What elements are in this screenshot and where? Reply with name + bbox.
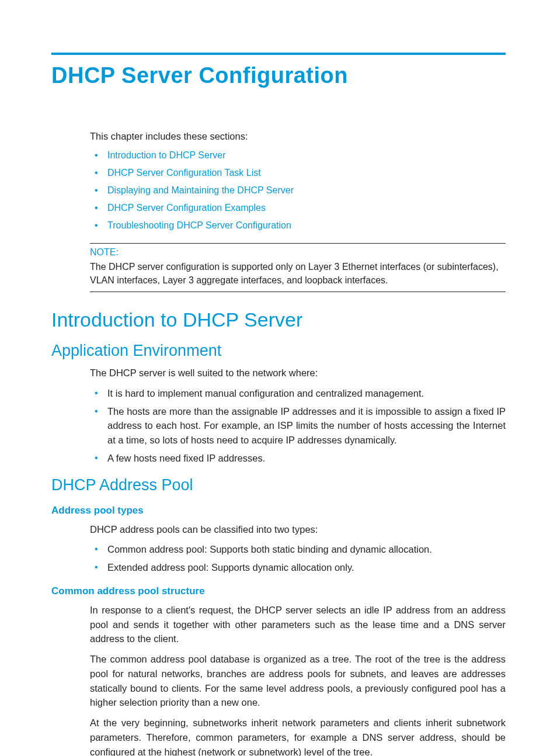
toc-link-troubleshoot[interactable]: Troubleshooting DHCP Server Configuratio… [107, 220, 291, 230]
subsub-heading-structure: Common address pool structure [51, 585, 506, 597]
toc-item: Troubleshooting DHCP Server Configuratio… [90, 219, 506, 233]
subsection-heading-appenv: Application Environment [51, 342, 506, 360]
note-label: NOTE: [90, 247, 506, 258]
toc-item: DHCP Server Configuration Examples [90, 201, 506, 215]
intro-text: This chapter includes these sections: [90, 129, 506, 144]
toc-link-examples[interactable]: DHCP Server Configuration Examples [107, 203, 266, 213]
appenv-list: It is hard to implement manual configura… [90, 386, 506, 466]
note-body: The DHCP server configuration is support… [90, 260, 506, 287]
toc-link-tasklist[interactable]: DHCP Server Configuration Task List [107, 168, 261, 178]
note-box: NOTE: The DHCP server configuration is s… [90, 243, 506, 292]
list-item: Extended address pool: Supports dynamic … [90, 560, 506, 575]
page-title: DHCP Server Configuration [51, 63, 506, 88]
document-page: DHCP Server Configuration This chapter i… [0, 0, 557, 756]
pooltypes-lead: DHCP address pools can be classified int… [90, 522, 506, 537]
list-item: Common address pool: Supports both stati… [90, 542, 506, 557]
subsection-heading-pool: DHCP Address Pool [51, 476, 506, 494]
toc-link-intro[interactable]: Introduction to DHCP Server [107, 150, 225, 160]
toc-item: Introduction to DHCP Server [90, 148, 506, 162]
structure-p2: The common address pool database is orga… [90, 652, 506, 710]
pooltypes-list: Common address pool: Supports both stati… [90, 542, 506, 575]
list-item: It is hard to implement manual configura… [90, 386, 506, 401]
appenv-lead: The DHCP server is well suited to the ne… [90, 366, 506, 380]
toc-item: Displaying and Maintaining the DHCP Serv… [90, 183, 506, 197]
toc-list: Introduction to DHCP Server DHCP Server … [90, 148, 506, 233]
title-rule [51, 53, 506, 55]
structure-p1: In response to a client's request, the D… [90, 603, 506, 646]
structure-p3: At the very beginning, subnetworks inher… [90, 716, 506, 756]
subsub-heading-types: Address pool types [51, 505, 506, 516]
section-heading-intro: Introduction to DHCP Server [51, 308, 506, 331]
toc-link-display[interactable]: Displaying and Maintaining the DHCP Serv… [107, 185, 294, 195]
toc-item: DHCP Server Configuration Task List [90, 166, 506, 180]
list-item: The hosts are more than the assignable I… [90, 404, 506, 448]
list-item: A few hosts need fixed IP addresses. [90, 451, 506, 466]
